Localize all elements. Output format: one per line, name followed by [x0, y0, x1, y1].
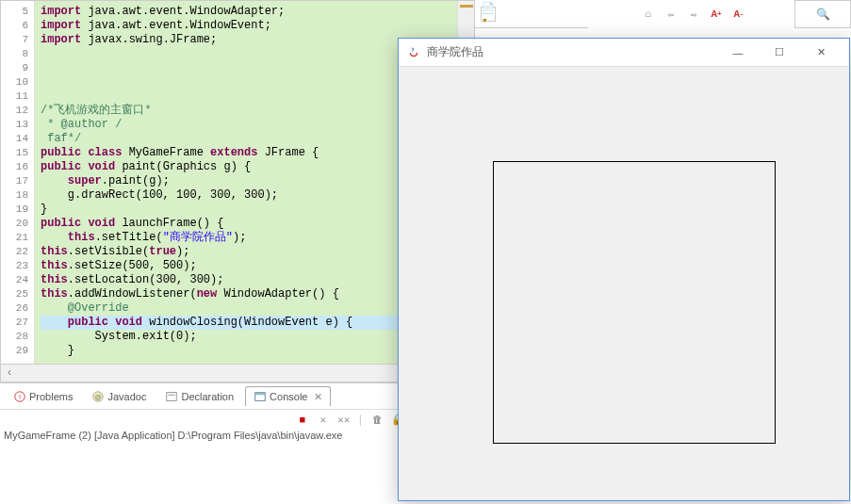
- javadoc-icon: @: [91, 390, 105, 403]
- code-line[interactable]: this.addWindowListener(new WindowAdapter…: [41, 287, 451, 301]
- line-number: 11: [1, 89, 28, 104]
- line-number: 28: [1, 330, 28, 344]
- overview-marker[interactable]: [460, 5, 473, 8]
- maximize-button[interactable]: ☐: [759, 40, 800, 66]
- code-line[interactable]: [41, 61, 451, 75]
- back-icon[interactable]: ⇦: [663, 7, 679, 22]
- aux-toolbar-nav: ⌂ ⇦ ⇨ A+ A-: [641, 0, 773, 28]
- tab-label: Javadoc: [107, 391, 146, 402]
- svg-rect-7: [255, 393, 266, 396]
- line-number: 29: [1, 344, 28, 358]
- tab-javadoc[interactable]: @ Javadoc: [84, 387, 154, 406]
- code-line[interactable]: }: [41, 344, 451, 358]
- swing-paint-canvas: [399, 67, 849, 500]
- code-line[interactable]: super.paint(g);: [41, 174, 451, 188]
- line-number-gutter: 5678910111213141516171819202122232425262…: [1, 1, 35, 364]
- line-number: 8: [1, 47, 28, 61]
- line-number: 5: [1, 5, 28, 19]
- font-decrease-icon[interactable]: A-: [731, 7, 746, 22]
- search-icon: 🔍: [816, 8, 830, 22]
- code-line[interactable]: public void windowClosing(WindowEvent e)…: [41, 316, 451, 330]
- tab-label: Problems: [29, 391, 73, 402]
- problems-icon: !: [13, 390, 26, 403]
- close-icon[interactable]: ✕: [314, 391, 322, 403]
- code-line[interactable]: g.drawRect(100, 100, 300, 300);: [41, 188, 451, 203]
- line-number: 16: [1, 160, 28, 174]
- tab-label: Console: [270, 391, 307, 402]
- line-number: 6: [1, 19, 28, 33]
- minimize-button[interactable]: —: [717, 40, 759, 66]
- code-line[interactable]: public class MyGameFrame extends JFrame …: [41, 146, 451, 160]
- code-line[interactable]: faf*/: [41, 132, 451, 146]
- search-box[interactable]: 🔍: [794, 0, 851, 28]
- svg-rect-4: [167, 392, 177, 400]
- titlebar[interactable]: 商学院作品 — ☐ ✕: [399, 39, 849, 67]
- code-line[interactable]: public void launchFrame() {: [41, 217, 451, 231]
- line-number: 25: [1, 287, 28, 301]
- home-icon[interactable]: ⌂: [641, 7, 656, 22]
- window-title: 商学院作品: [427, 44, 483, 60]
- line-number: 21: [1, 231, 28, 245]
- close-button[interactable]: ✕: [800, 40, 842, 66]
- line-number: 12: [1, 104, 28, 118]
- code-line[interactable]: }: [41, 203, 451, 217]
- aux-toolbar-left: 📄▾: [475, 0, 588, 28]
- code-line[interactable]: [41, 89, 451, 104]
- code-line[interactable]: import javax.swing.JFrame;: [41, 33, 451, 47]
- java-swing-window: 商学院作品 — ☐ ✕: [398, 38, 850, 501]
- line-number: 15: [1, 146, 28, 160]
- code-line[interactable]: import java.awt.event.WindowAdapter;: [41, 5, 451, 19]
- font-increase-icon[interactable]: A+: [709, 7, 724, 22]
- line-number: 13: [1, 118, 28, 132]
- code-line[interactable]: this.setLocation(300, 300);: [41, 273, 451, 287]
- remove-all-button[interactable]: ✕✕: [336, 413, 352, 428]
- code-line[interactable]: this.setTitle("商学院作品");: [41, 231, 451, 245]
- line-number: 22: [1, 245, 28, 259]
- line-number: 10: [1, 75, 28, 89]
- line-number: 18: [1, 188, 28, 203]
- declaration-icon: [165, 390, 178, 403]
- code-line[interactable]: import java.awt.event.WindowEvent;: [41, 19, 451, 33]
- line-number: 24: [1, 273, 28, 287]
- code-line[interactable]: [41, 75, 451, 89]
- tab-label: Declaration: [181, 391, 234, 402]
- clear-console-button[interactable]: 🗑: [369, 413, 385, 428]
- remove-launch-button[interactable]: ✕: [316, 413, 331, 428]
- line-number: 23: [1, 259, 28, 273]
- code-line[interactable]: * @author /: [41, 118, 451, 132]
- forward-icon[interactable]: ⇨: [686, 7, 701, 22]
- line-number: 14: [1, 132, 28, 146]
- line-number: 26: [1, 301, 28, 316]
- line-number: 7: [1, 33, 28, 47]
- code-line[interactable]: @Override: [41, 301, 451, 316]
- svg-text:!: !: [19, 392, 21, 400]
- terminate-button[interactable]: ■: [295, 413, 310, 428]
- line-number: 20: [1, 217, 28, 231]
- code-line[interactable]: /*飞机游戏的主窗口*: [41, 104, 451, 118]
- code-content[interactable]: import java.awt.event.WindowAdapter;impo…: [35, 1, 457, 364]
- code-line[interactable]: public void paint(Graphics g) {: [41, 160, 451, 174]
- scroll-left-arrow[interactable]: ‹: [1, 366, 18, 380]
- line-number: 9: [1, 61, 28, 75]
- console-icon: [254, 390, 267, 403]
- tab-declaration[interactable]: Declaration: [157, 387, 241, 406]
- tab-problems[interactable]: ! Problems: [6, 387, 80, 406]
- code-line[interactable]: this.setVisible(true);: [41, 245, 451, 259]
- line-number: 19: [1, 203, 28, 217]
- code-line[interactable]: [41, 47, 451, 61]
- svg-text:@: @: [95, 393, 102, 399]
- java-cup-icon: [406, 45, 421, 60]
- line-number: 17: [1, 174, 28, 188]
- drawn-rectangle: [493, 161, 776, 444]
- line-number: 27: [1, 316, 28, 330]
- new-dropdown-button[interactable]: 📄▾: [481, 7, 496, 22]
- tab-console[interactable]: Console ✕: [245, 386, 331, 406]
- code-line[interactable]: this.setSize(500, 500);: [41, 259, 451, 273]
- code-line[interactable]: System.exit(0);: [41, 330, 451, 344]
